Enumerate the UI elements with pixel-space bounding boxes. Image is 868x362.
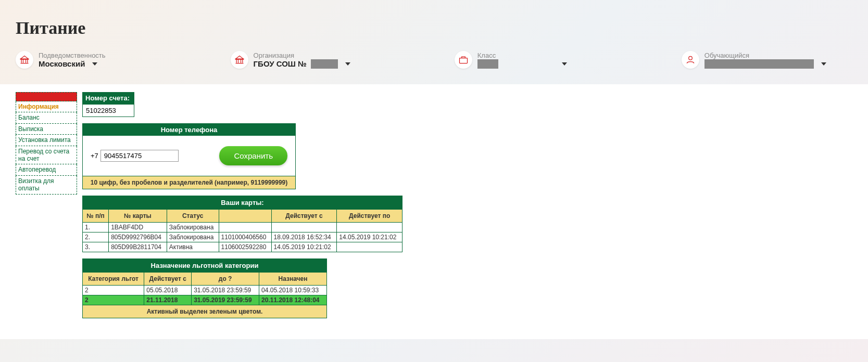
table-row: 205.05.201831.05.2018 23:59:5904.05.2018…	[83, 286, 327, 295]
filter-class[interactable]: Класс	[455, 51, 567, 69]
table-cell: Заблокирована	[167, 232, 219, 242]
table-header: № карты	[109, 210, 167, 223]
table-cell: 1BABF4DD	[109, 223, 167, 232]
table-cell: 1101000406560	[219, 232, 271, 242]
table-cell: 31.05.2018 23:59:59	[192, 286, 259, 295]
cards-title: Ваши карты:	[83, 196, 402, 210]
filter-value	[705, 59, 826, 69]
table-cell	[337, 223, 402, 232]
account-box: Номер счета: 51022853	[82, 92, 296, 117]
phone-box: Номер телефона +7 Сохранить 10 цифр, без…	[82, 123, 296, 189]
filter-value	[477, 59, 567, 69]
filter-value: Московский	[39, 59, 106, 68]
table-row: 3.805D99B2811704Активна110600259228014.0…	[83, 242, 402, 252]
table-cell: 805D9992796B04	[109, 232, 167, 242]
table-header: Действует с	[271, 210, 337, 223]
content-area: ИнформацияБалансВыпискаУстановка лимитаП…	[0, 84, 868, 339]
filters-bar: Подведомственность Московский Организаци…	[0, 38, 868, 84]
table-cell: 1106002592280	[219, 242, 271, 252]
table-cell	[271, 223, 337, 232]
sidebar-item[interactable]: Установка лимита	[16, 135, 77, 146]
table-cell: 20.11.2018 12:48:04	[259, 295, 327, 305]
table-cell: Активна	[167, 242, 219, 252]
svg-rect-6	[235, 59, 243, 59]
table-header: до ?	[192, 273, 259, 286]
filter-label: Организация	[254, 51, 350, 59]
table-cell	[337, 242, 402, 252]
table-cell: 21.11.2018	[144, 295, 192, 305]
table-row: 221.11.201831.05.2019 23:59:5920.11.2018…	[83, 295, 327, 305]
phone-input[interactable]	[100, 150, 179, 162]
table-cell: 05.05.2018	[144, 286, 192, 295]
table-cell: 805D99B2811704	[109, 242, 167, 252]
filter-value: ГБОУ СОШ №	[254, 59, 350, 69]
sidebar-item[interactable]: Баланс	[16, 112, 77, 123]
bank-icon	[231, 51, 248, 69]
sidebar-item[interactable]: Автоперевод	[16, 164, 77, 175]
table-row: 1.1BABF4DDЗаблокирована	[83, 223, 402, 232]
chevron-down-icon	[345, 62, 350, 66]
main-column: Номер счета: 51022853 Номер телефона +7 …	[82, 92, 402, 318]
table-cell: 1.	[83, 223, 109, 232]
category-footer: Активный выделен зеленым цветом.	[83, 305, 327, 318]
chevron-down-icon	[821, 62, 826, 66]
table-cell: 3.	[83, 242, 109, 252]
table-header: Действует с	[144, 273, 192, 286]
sidebar-item[interactable]: Информация	[16, 101, 77, 112]
sidebar-item[interactable]: Выписка	[16, 124, 77, 135]
table-cell: 04.05.2018 10:59:33	[259, 286, 327, 295]
phone-prefix: +7	[91, 152, 98, 160]
save-button[interactable]: Сохранить	[219, 146, 287, 165]
chevron-down-icon	[92, 62, 97, 66]
svg-rect-0	[21, 59, 29, 59]
table-row: 2.805D9992796B04Заблокирована11010004065…	[83, 232, 402, 242]
sidebar-item[interactable]: Визитка для оплаты	[16, 176, 77, 195]
filter-organization[interactable]: Организация ГБОУ СОШ №	[231, 51, 350, 69]
filter-jurisdiction[interactable]: Подведомственность Московский	[16, 51, 106, 69]
filter-label: Обучающийся	[705, 51, 826, 59]
cards-table: Ваши карты: № п/п№ картыСтатусДействует …	[82, 196, 402, 252]
filter-student[interactable]: Обучающийся	[682, 51, 826, 69]
account-label: Номер счета:	[82, 92, 134, 104]
table-cell	[219, 223, 271, 232]
page-title: Питание	[0, 0, 868, 38]
briefcase-icon	[455, 51, 472, 69]
person-icon	[682, 51, 699, 69]
phone-hint: 10 цифр, без пробелов и разделителей (на…	[83, 176, 295, 189]
table-cell: 14.05.2019 10:21:02	[337, 232, 402, 242]
table-cell: Заблокирована	[167, 223, 219, 232]
bank-icon	[16, 51, 33, 69]
filter-label: Подведомственность	[39, 51, 106, 59]
table-cell: 2	[83, 295, 144, 305]
filter-label: Класс	[477, 51, 567, 59]
sidebar: ИнформацияБалансВыпискаУстановка лимитаП…	[16, 92, 77, 195]
table-header: Назначен	[259, 273, 327, 286]
table-cell: 31.05.2019 23:59:59	[192, 295, 259, 305]
svg-point-13	[688, 56, 692, 60]
sidebar-item[interactable]: Перевод со счета на счет	[16, 146, 77, 165]
phone-header: Номер телефона	[83, 124, 295, 136]
table-cell: 2.	[83, 232, 109, 242]
sidebar-header	[16, 92, 77, 101]
table-header: Действует по	[337, 210, 402, 223]
table-header: № п/п	[83, 210, 109, 223]
table-cell: 18.09.2018 16:52:34	[271, 232, 337, 242]
account-value: 51022853	[82, 104, 134, 117]
chevron-down-icon	[562, 62, 567, 66]
category-table: Назначение льготной категории Категория …	[82, 258, 327, 318]
category-title: Назначение льготной категории	[83, 259, 327, 273]
table-header: Статус	[167, 210, 219, 223]
table-cell: 14.05.2019 10:21:02	[271, 242, 337, 252]
table-header	[219, 210, 271, 223]
svg-rect-12	[459, 58, 467, 63]
table-header: Категория льгот	[83, 273, 144, 286]
table-cell: 2	[83, 286, 144, 295]
